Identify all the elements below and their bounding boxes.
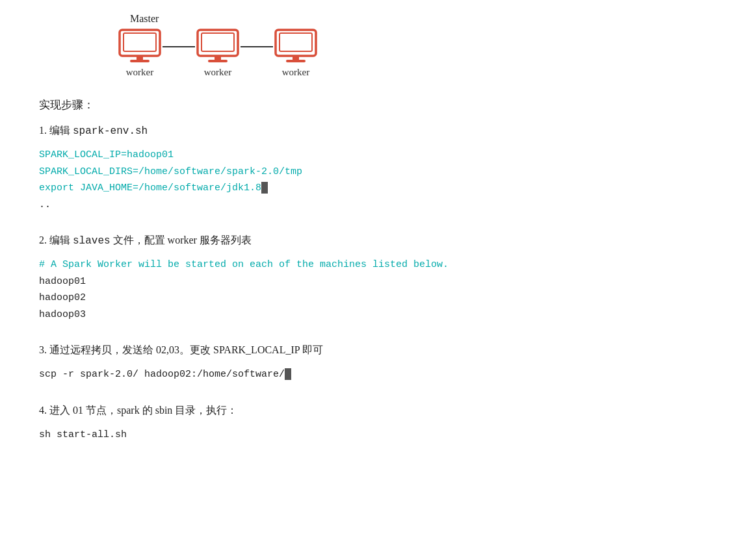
step-1-header-text: 1. 编辑 spark-env.sh: [39, 125, 148, 136]
node-1: worker: [117, 29, 163, 78]
steps-container: 1. 编辑 spark-env.sh SPARK_LOCAL_IP=hadoop…: [39, 124, 717, 446]
svg-rect-1: [124, 33, 156, 51]
section-title: 实现步骤：: [39, 97, 717, 112]
step-2-header-text: 2. 编辑 slaves 文件，配置 worker 服务器列表: [39, 234, 252, 246]
connector-line-1: [163, 46, 195, 47]
node-2-label: worker: [204, 67, 231, 78]
code-hadoop02: hadoop02: [39, 290, 717, 307]
code-comment-line: # A Spark Worker will be started on each…: [39, 257, 717, 273]
step-3-code: scp -r spark-2.0/ hadoop02:/home/softwar…: [39, 364, 717, 386]
node-3-label: worker: [282, 67, 309, 78]
step-3-header-text: 3. 通过远程拷贝，发送给 02,03。更改 SPARK_LOCAL_IP 即可: [39, 344, 323, 355]
code-line-4: ..: [39, 197, 717, 214]
diagram-section: Master worker: [39, 13, 717, 78]
step-1-header: 1. 编辑 spark-env.sh: [39, 124, 717, 138]
svg-rect-3: [130, 60, 150, 62]
node-3: worker: [273, 29, 319, 78]
monitor-icon-1: [117, 29, 163, 64]
start-all-line: sh start-all.sh: [39, 427, 717, 444]
monitor-icon-3: [273, 29, 319, 64]
step-2: 2. 编辑 slaves 文件，配置 worker 服务器列表 # A Spar…: [39, 234, 717, 325]
svg-rect-2: [137, 56, 143, 60]
code-line-2: SPARK_LOCAL_DIRS=/home/software/spark-2.…: [39, 164, 717, 181]
step-2-header: 2. 编辑 slaves 文件，配置 worker 服务器列表: [39, 234, 717, 247]
cursor-2: [285, 368, 291, 380]
monitor-icon-2: [195, 29, 241, 64]
svg-rect-6: [215, 56, 221, 60]
step-1-code: SPARK_LOCAL_IP=hadoop01 SPARK_LOCAL_DIRS…: [39, 144, 717, 216]
step-3: 3. 通过远程拷贝，发送给 02,03。更改 SPARK_LOCAL_IP 即可…: [39, 344, 717, 386]
step-4: 4. 进入 01 节点，spark 的 sbin 目录，执行： sh start…: [39, 404, 717, 446]
code-hadoop01: hadoop01: [39, 273, 717, 290]
code-line-3: export JAVA_HOME=/home/software/jdk1.8: [39, 180, 717, 197]
connector-line-2: [241, 46, 273, 47]
cursor-1: [261, 182, 268, 194]
svg-rect-10: [293, 56, 299, 60]
node-1-label: worker: [126, 67, 153, 78]
svg-rect-9: [280, 33, 312, 51]
step-2-code: # A Spark Worker will be started on each…: [39, 254, 717, 325]
svg-rect-5: [202, 33, 234, 51]
step-4-header-text: 4. 进入 01 节点，spark 的 sbin 目录，执行：: [39, 405, 237, 416]
code-line-1: SPARK_LOCAL_IP=hadoop01: [39, 147, 717, 164]
scp-line: scp -r spark-2.0/ hadoop02:/home/softwar…: [39, 366, 717, 383]
master-label: Master: [130, 13, 159, 25]
step-3-header: 3. 通过远程拷贝，发送给 02,03。更改 SPARK_LOCAL_IP 即可: [39, 344, 717, 357]
step-4-code: sh start-all.sh: [39, 424, 717, 446]
code-hadoop03: hadoop03: [39, 307, 717, 323]
step-4-header: 4. 进入 01 节点，spark 的 sbin 目录，执行：: [39, 404, 717, 418]
node-2: worker: [195, 29, 241, 78]
svg-rect-11: [286, 60, 306, 62]
step-1: 1. 编辑 spark-env.sh SPARK_LOCAL_IP=hadoop…: [39, 124, 717, 216]
svg-rect-7: [208, 60, 228, 62]
nodes-row: worker worker worker: [117, 29, 319, 78]
